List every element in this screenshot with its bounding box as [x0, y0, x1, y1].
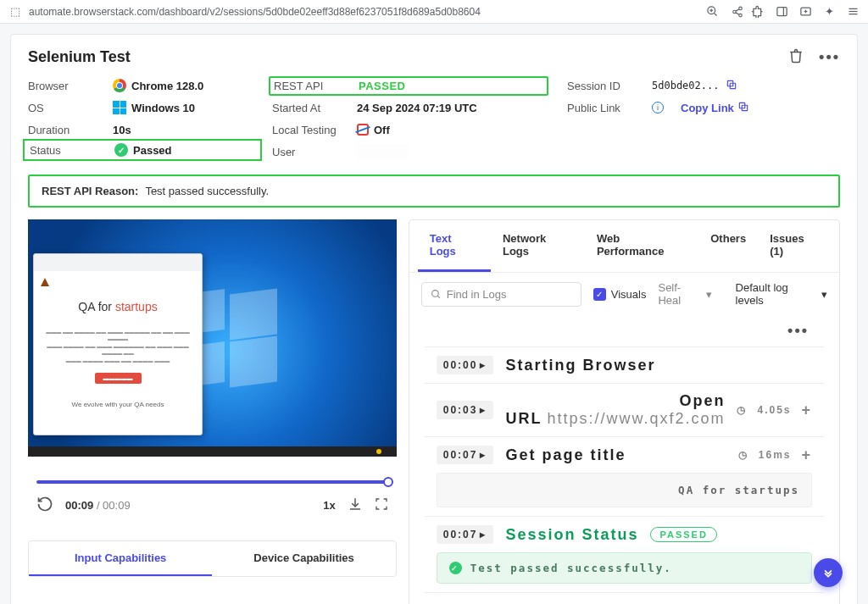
- playback-rate-button[interactable]: 1x: [323, 499, 335, 512]
- user-value: [357, 144, 408, 159]
- duration-label: Duration: [28, 124, 113, 136]
- zoom-icon[interactable]: [705, 5, 719, 19]
- status-label: Status: [30, 144, 114, 157]
- session-id-label: Session ID: [567, 80, 652, 92]
- svg-rect-9: [776, 8, 786, 16]
- svg-point-6: [739, 14, 743, 16]
- expand-icon[interactable]: +: [801, 402, 812, 419]
- tab-network-logs[interactable]: Network Logs: [491, 220, 585, 272]
- log-result-block: QA for startups: [437, 473, 812, 507]
- chrome-icon: [113, 79, 126, 92]
- page-title: Selenium Test: [28, 48, 131, 66]
- visuals-toggle[interactable]: ✓Visuals: [593, 288, 647, 301]
- started-value: 24 Sep 2024 07:19 UTC: [357, 102, 477, 114]
- log-title: Starting Browser: [505, 357, 655, 374]
- rest-api-row-highlight: REST APIPASSED: [272, 75, 552, 97]
- progress-knob[interactable]: [383, 477, 393, 487]
- extensions-icon[interactable]: [751, 5, 765, 19]
- user-label: User: [272, 146, 357, 158]
- search-icon: [431, 289, 442, 300]
- video-time-duration: / 00:09: [97, 499, 131, 512]
- copy-icon[interactable]: [737, 101, 749, 115]
- expand-icon[interactable]: +: [801, 446, 812, 464]
- info-icon[interactable]: i: [652, 102, 664, 114]
- svg-line-1: [714, 13, 716, 15]
- cta-button: ▬▬▬▬▬: [95, 373, 142, 384]
- log-levels-dropdown[interactable]: Default log levels ▾: [736, 281, 827, 307]
- copy-icon[interactable]: [726, 79, 737, 93]
- log-title: Get page title: [505, 446, 626, 464]
- taskbar: [28, 446, 397, 457]
- rest-api-value: PASSED: [359, 80, 406, 92]
- video-progress-bar[interactable]: [36, 480, 388, 484]
- menu-icon[interactable]: [846, 5, 860, 19]
- svg-point-22: [431, 290, 438, 296]
- os-value: Windows 10: [131, 102, 195, 114]
- tab-issues[interactable]: Issues (1): [758, 220, 831, 272]
- tab-device-capabilities[interactable]: Device Capabilities: [212, 541, 395, 576]
- windows-icon: [113, 101, 126, 114]
- log-timestamp: 00:00: [443, 359, 478, 371]
- tab-web-performance[interactable]: Web Performance: [585, 220, 698, 272]
- url-text[interactable]: automate.browserstack.com/dashboard/v2/s…: [29, 6, 648, 18]
- share-icon[interactable]: [731, 5, 744, 19]
- log-entry[interactable]: 00:00▸ Starting Browser: [425, 346, 824, 383]
- local-off-icon: [357, 124, 369, 136]
- panel-icon[interactable]: [775, 5, 788, 19]
- fullscreen-button[interactable]: [375, 497, 388, 513]
- replay-button[interactable]: [36, 496, 53, 515]
- rest-api-reason-banner: REST API Reason: Test passed successfull…: [28, 175, 840, 208]
- delete-icon[interactable]: [788, 48, 804, 66]
- pass-banner: ✓ Test passed successfully.: [437, 552, 812, 584]
- log-entry[interactable]: 00:03▸ Open URLhttps://www.qxf2.com ◷4.0…: [425, 383, 824, 436]
- play-icon: ▸: [480, 404, 487, 416]
- clock-icon: ◷: [738, 449, 748, 461]
- play-icon: ▸: [480, 359, 487, 371]
- log-duration: 4.05s: [757, 404, 791, 416]
- log-search-input[interactable]: Find in Logs: [421, 282, 581, 307]
- check-circle-icon: ✓: [114, 143, 128, 157]
- qa-text-b: startups: [115, 300, 158, 313]
- tab-others[interactable]: Others: [698, 220, 758, 272]
- sparkle-icon[interactable]: ✦: [822, 5, 836, 19]
- scroll-down-fab[interactable]: [814, 558, 843, 587]
- log-entry[interactable]: 00:07▸ Get page title ◷16ms+: [425, 436, 824, 473]
- download-button[interactable]: [348, 496, 363, 514]
- log-timestamp: 00:07: [443, 529, 478, 540]
- rest-api-label: REST API: [274, 80, 359, 92]
- play-icon: ▸: [480, 529, 487, 540]
- site-logo-icon: [41, 278, 49, 286]
- svg-point-4: [739, 7, 743, 9]
- os-label: OS: [28, 102, 113, 114]
- video-time-current: 00:09: [65, 499, 93, 512]
- checkbox-checked-icon: ✓: [593, 288, 606, 301]
- self-heal-dropdown[interactable]: Self-Heal ▾: [658, 281, 711, 307]
- local-testing-label: Local Testing: [272, 124, 357, 136]
- session-id-value: 5d0bde02...: [652, 80, 719, 91]
- svg-line-7: [736, 8, 739, 10]
- status-row-highlight: Status✓Passed: [23, 139, 262, 161]
- status-value: Passed: [133, 144, 172, 157]
- new-tab-icon[interactable]: [798, 5, 812, 19]
- tab-input-capabilities[interactable]: Input Capabilities: [29, 541, 212, 576]
- reason-label: REST API Reason:: [42, 185, 138, 197]
- browser-address-bar: ⬚ automate.browserstack.com/dashboard/v2…: [0, 0, 868, 24]
- log-timestamp: 00:03: [443, 404, 478, 416]
- reason-text: Test passed successfully.: [145, 185, 269, 197]
- log-duration: 16ms: [759, 449, 792, 461]
- browser-value: Chrome 128.0: [131, 80, 203, 92]
- log-subtitle: https://www.qxf2.com: [547, 410, 725, 427]
- svg-line-23: [437, 296, 440, 298]
- placeholder-text: ▬▬▬ ▬▬ ▬▬▬▬ ▬▬ ▬▬▬ ▬▬▬▬▬ ▬▬ ▬▬ ▬▬▬ ▬▬▬▬▬…: [42, 329, 193, 364]
- log-entry[interactable]: 00:07▸ Session Status PASSED: [425, 516, 824, 552]
- log-more-button[interactable]: •••: [425, 319, 824, 346]
- more-icon[interactable]: •••: [819, 48, 840, 66]
- site-info-icon[interactable]: ⬚: [8, 5, 22, 19]
- svg-line-8: [736, 12, 739, 14]
- evolve-text: We evolve with your QA needs: [42, 401, 193, 408]
- search-placeholder: Find in Logs: [447, 288, 507, 301]
- log-entry[interactable]: 00:09▸ STOP SESSIONCLIENT_STOPPED_SESSIO…: [425, 592, 824, 604]
- copy-link-button[interactable]: Copy Link: [681, 102, 734, 114]
- session-video-player[interactable]: QA for startups ▬▬▬ ▬▬ ▬▬▬▬ ▬▬ ▬▬▬ ▬▬▬▬▬…: [28, 219, 397, 457]
- tab-text-logs[interactable]: Text Logs: [418, 220, 491, 272]
